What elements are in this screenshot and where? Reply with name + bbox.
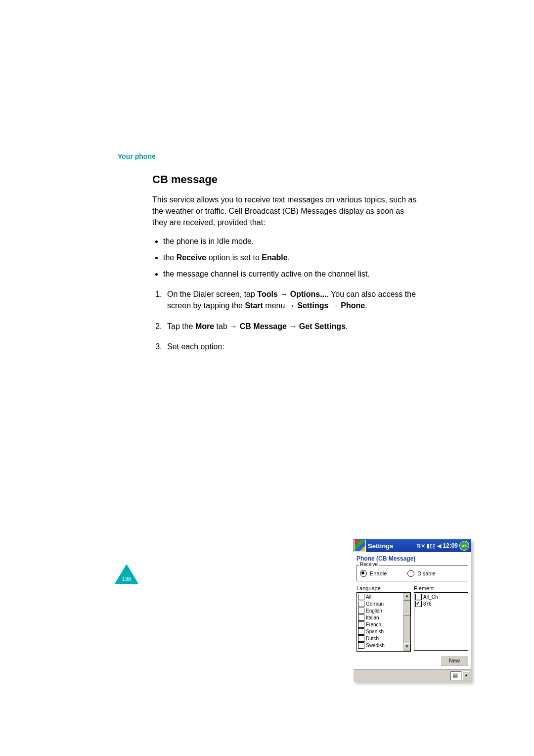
checkbox-label: German [366,601,384,607]
text-bold: Options... [290,290,327,298]
checkbox[interactable] [415,601,422,607]
text: option is set to [206,253,262,262]
element-listbox[interactable]: All_Ch876 [414,592,468,651]
intro-text: This service allows you to receive text … [152,194,419,229]
text: → [287,322,299,331]
page-number: 138 [115,576,138,582]
receive-legend: Receive [359,562,379,567]
checkbox-label: All [366,594,371,600]
language-item[interactable]: French [358,621,402,628]
text: . [365,301,367,310]
keyboard-icon[interactable] [450,671,461,680]
checkbox[interactable] [358,614,364,621]
bullet-item: the phone is in Idle mode. [163,236,419,247]
checkbox-label: Swedish [366,643,385,648]
checkbox[interactable] [358,601,364,607]
radio-row: Enable Disable [360,570,465,577]
checkbox-label: French [366,622,381,627]
page-header: Your phone [118,152,156,160]
receive-group: Receive Enable Disable [356,565,468,581]
bullet-list: the phone is in Idle mode. the Receive o… [152,236,419,280]
language-listbox[interactable]: AllGermanEnglishItalianFrenchSpanishDutc… [356,592,411,652]
checkbox[interactable] [358,621,364,628]
start-flag-icon[interactable] [354,540,366,552]
text: . [346,322,348,331]
language-item[interactable]: English [358,608,402,614]
element-header: Element [414,585,468,591]
bullet-item: the Receive option is set to Enable. [163,252,419,263]
text-bold: Get Settings [299,322,346,331]
checkbox-label: Dutch [366,636,379,641]
clock: 12:09 [443,542,458,549]
language-items: AllGermanEnglishItalianFrenchSpanishDutc… [357,593,403,651]
scroll-up-button[interactable]: ▲ [403,593,410,601]
language-header: Language [356,585,411,591]
text: . [288,253,290,262]
enable-label: Enable [370,570,387,576]
text: On the Dialer screen, tap [167,290,257,298]
checkbox-label: Italian [366,615,379,620]
language-item[interactable]: German [358,601,402,607]
element-item[interactable]: All_Ch [415,594,467,600]
content-area: CB message This service allows you to re… [152,173,419,361]
checkbox-label: Spanish [366,629,384,634]
checkbox-label: 876 [423,601,432,607]
window-title: Settings [368,542,393,550]
step-item: Tap the More tab → CB Message → Get Sett… [164,321,419,332]
titlebar: Settings ⇅✕ ▮▯▯ ◀ 12:09 ok [354,539,471,552]
checkbox[interactable] [358,594,364,600]
enable-radio[interactable] [360,570,367,577]
text-bold: More [195,322,214,331]
ok-button[interactable]: ok [459,541,469,551]
scroll-down-button[interactable]: ▼ [403,643,410,651]
language-column: Language AllGermanEnglishItalianFrenchSp… [356,585,411,652]
text-bold: Phone [341,301,365,310]
text: Tap the [167,322,195,331]
arrow: → [278,290,290,298]
checkbox[interactable] [415,594,422,600]
new-button-row: New [354,652,471,669]
language-item[interactable]: Spanish [358,628,402,635]
element-item[interactable]: 876 [415,601,467,607]
language-item[interactable]: All [358,594,402,600]
scroll-thumb[interactable] [403,601,410,615]
language-item[interactable]: Swedish [358,642,402,649]
checkbox-label: All_Ch [423,594,438,600]
status-icons: ⇅✕ ▮▯▯ ◀ 12:09 ok [416,539,469,552]
text-bold: Start [245,301,263,310]
numbered-list: On the Dialer screen, tap Tools → Option… [152,288,419,352]
bottom-bar: ▲ [354,669,471,682]
sip-up-button[interactable]: ▲ [462,671,470,680]
language-item[interactable]: Dutch [358,635,402,642]
disable-label: Disable [417,570,436,576]
text-bold: Enable [262,253,287,262]
checkbox[interactable] [358,642,364,649]
connectivity-icon: ⇅✕ [416,543,425,549]
disable-radio[interactable] [407,570,414,577]
section-heading: CB message [152,173,419,186]
signal-icon: ▮▯▯ [427,543,436,549]
language-item[interactable]: Italian [358,614,402,621]
text-bold: Receive [177,253,207,262]
text: the [163,253,177,262]
speaker-icon: ◀ [437,543,441,549]
scrollbar[interactable]: ▲ ▼ [403,593,410,651]
checkbox[interactable] [358,608,364,614]
text-bold: Settings [297,301,328,310]
checkbox-label: English [366,608,382,614]
new-button[interactable]: New [441,656,468,665]
checkbox[interactable] [358,628,364,635]
text-bold: Tools [257,290,277,298]
text: tab → [214,322,240,331]
window-body: Phone (CB Message) Receive Enable Disabl… [354,552,471,669]
arrow: → [328,301,341,310]
text: menu → [263,301,297,310]
text-bold: CB Message [240,322,287,331]
checkbox[interactable] [358,635,364,642]
device-screenshot: Settings ⇅✕ ▮▯▯ ◀ 12:09 ok Phone (CB Mes… [354,539,471,682]
element-column: Element All_Ch876 [414,585,468,652]
bullet-item: the message channel is currently active … [163,268,419,280]
step-item: Set each option: [164,341,419,352]
columns: Language AllGermanEnglishItalianFrenchSp… [354,585,471,652]
step-item: On the Dialer screen, tap Tools → Option… [164,288,419,311]
